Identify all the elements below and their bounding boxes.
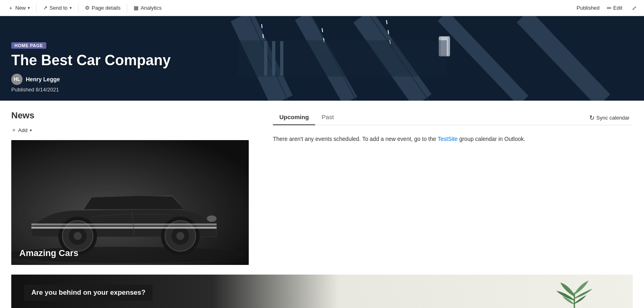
divider (36, 4, 37, 12)
edit-button[interactable]: ✏ Edit (605, 3, 625, 13)
events-text-1: There aren't any events scheduled. To ad… (273, 136, 438, 142)
page-title: The Best Car Company (11, 52, 171, 69)
banner-text: Are you behind on your expenses? (24, 285, 153, 301)
author-name: Henry Legge (26, 76, 60, 83)
svg-rect-15 (237, 40, 447, 76)
hero-content: HOME PAGE The Best Car Company HL Henry … (0, 33, 182, 101)
new-label: New (15, 5, 26, 11)
news-section: News ＋ Add ▾ (11, 110, 257, 265)
top-bar-left: ＋ New ▾ ↗ Send to ▾ ⚙ Page details ▦ Ana… (5, 3, 165, 13)
chevron-down-icon2: ▾ (70, 6, 72, 10)
edit-icon: ✏ (607, 5, 612, 11)
events-section: Upcoming Past ↻ Sync calendar There aren… (257, 110, 633, 265)
banner-section: Are you behind on your expenses? (0, 275, 644, 308)
banner-dark-area: Are you behind on your expenses? (11, 275, 213, 308)
analytics-label: Analytics (140, 5, 161, 11)
tab-upcoming[interactable]: Upcoming (273, 110, 315, 125)
banner: Are you behind on your expenses? (11, 275, 633, 308)
new-button[interactable]: ＋ New ▾ (5, 3, 33, 13)
testsite-link[interactable]: TestSite (438, 136, 458, 142)
analytics-button[interactable]: ▦ Analytics (130, 3, 165, 12)
chevron-down-icon3: ▾ (30, 128, 32, 132)
upcoming-label: Upcoming (279, 114, 309, 120)
page-details-button[interactable]: ⚙ Page details (82, 3, 124, 12)
expand-icon: ⤢ (632, 5, 637, 11)
hero-section: HOME PAGE The Best Car Company HL Henry … (0, 16, 644, 101)
banner-light-area (213, 275, 633, 308)
plus-icon2: ＋ (11, 126, 17, 134)
expand-button[interactable]: ⤢ (630, 3, 639, 13)
sync-icon: ↻ (589, 114, 594, 122)
past-label: Past (322, 114, 334, 120)
events-tabs: Upcoming Past ↻ Sync calendar (273, 110, 633, 125)
send-icon: ↗ (43, 5, 47, 11)
tab-past[interactable]: Past (315, 110, 340, 125)
divider3 (127, 4, 127, 12)
news-title: News (11, 110, 257, 121)
edit-label: Edit (613, 5, 622, 11)
send-to-button[interactable]: ↗ Send to ▾ (40, 3, 75, 12)
news-card-title: Amazing Cars (11, 242, 249, 265)
news-card[interactable]: Amazing Cars (11, 140, 249, 265)
info-icon: ⚙ (85, 5, 90, 11)
publish-date: Published 8/14/2021 (11, 87, 171, 93)
plus-icon: ＋ (8, 4, 13, 12)
avatar-initials: HL (14, 76, 20, 82)
home-page-badge: HOME PAGE (11, 42, 46, 49)
sync-label: Sync calendar (597, 115, 630, 121)
send-to-label: Send to (50, 5, 68, 11)
published-status: Published (576, 5, 599, 11)
chevron-down-icon: ▾ (28, 6, 30, 10)
add-button[interactable]: ＋ Add ▾ (11, 125, 32, 135)
top-bar: ＋ New ▾ ↗ Send to ▾ ⚙ Page details ▦ Ana… (0, 0, 644, 16)
events-body: There aren't any events scheduled. To ad… (273, 132, 633, 147)
add-label: Add (18, 127, 27, 133)
divider2 (78, 4, 78, 12)
sync-calendar-button[interactable]: ↻ Sync calendar (586, 112, 633, 123)
main-content: News ＋ Add ▾ (0, 101, 644, 275)
events-text-2: group calendar in Outlook. (458, 136, 525, 142)
avatar: HL (11, 74, 23, 85)
hero-author: HL Henry Legge (11, 74, 171, 85)
analytics-icon: ▦ (134, 5, 138, 11)
plant-icon (548, 275, 601, 308)
top-bar-right: Published ✏ Edit ⤢ (576, 3, 639, 13)
events-tabs-left: Upcoming Past (273, 110, 340, 125)
page-details-label: Page details (92, 5, 121, 11)
